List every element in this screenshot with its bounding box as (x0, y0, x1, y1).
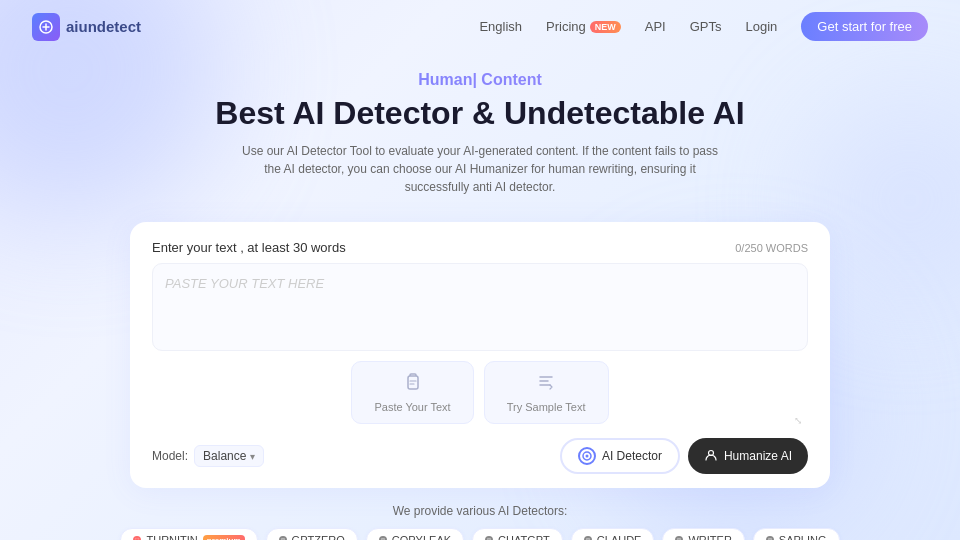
detector-chip-chatgpt[interactable]: CHATGPT (472, 528, 563, 540)
detector-chip-sapling[interactable]: SAPLING (753, 528, 840, 540)
gptzero-dot (279, 536, 287, 540)
detectors-section: We provide various AI Detectors: TURNITI… (0, 488, 960, 540)
claude-dot (584, 536, 592, 540)
detector-chip-gptzero[interactable]: GPTZERO (266, 528, 358, 540)
ai-detector-button[interactable]: AI Detector (560, 438, 680, 474)
claude-label: CLAUDE (597, 534, 642, 540)
copyleak-label: COPYLEAK (392, 534, 451, 540)
model-selector: Model: Balance ▾ (152, 445, 264, 467)
model-dropdown[interactable]: Balance ▾ (194, 445, 264, 467)
nav-login[interactable]: Login (746, 19, 778, 34)
model-label: Model: (152, 449, 188, 463)
turnitin-dot (133, 536, 141, 540)
editor-card: Enter your text , at least 30 words 0/25… (130, 222, 830, 488)
nav-english[interactable]: English (479, 19, 522, 34)
hero-section: Human| Content Best AI Detector & Undete… (0, 53, 960, 222)
nav-api[interactable]: API (645, 19, 666, 34)
text-actions: Paste Your Text Try Sample Text (152, 351, 808, 430)
word-count: 0/250 WORDS (735, 242, 808, 254)
sapling-dot (766, 536, 774, 540)
detector-chip-writer[interactable]: WRITER (662, 528, 744, 540)
hero-subtitle: Human| Content (20, 71, 940, 89)
textarea-placeholder: PASTE YOUR TEXT HERE (165, 276, 324, 291)
detectors-title: We provide various AI Detectors: (20, 504, 940, 518)
editor-label: Enter your text , at least 30 words (152, 240, 346, 255)
svg-rect-1 (408, 376, 418, 389)
logo[interactable]: aiundetect (32, 13, 141, 41)
resize-handle: ⤡ (794, 415, 802, 426)
nav-gpts[interactable]: GPTs (690, 19, 722, 34)
humanize-label: Humanize AI (724, 449, 792, 463)
chatgpt-label: CHATGPT (498, 534, 550, 540)
model-value: Balance (203, 449, 246, 463)
detector-icon (578, 447, 596, 465)
paste-text-button[interactable]: Paste Your Text (351, 361, 473, 424)
sapling-label: SAPLING (779, 534, 827, 540)
detector-chip-copyleak[interactable]: COPYLEAK (366, 528, 464, 540)
get-started-button[interactable]: Get start for free (801, 12, 928, 41)
textarea-wrapper: PASTE YOUR TEXT HERE Paste Your Text (152, 263, 808, 430)
nav-pricing[interactable]: Pricing NEW (546, 19, 621, 34)
writer-label: WRITER (688, 534, 731, 540)
chevron-down-icon: ▾ (250, 451, 255, 462)
humanize-icon (704, 448, 718, 465)
turnitin-label: TURNITIN (146, 534, 197, 540)
logo-icon (32, 13, 60, 41)
gptzero-label: GPTZERO (292, 534, 345, 540)
detector-chip-claude[interactable]: CLAUDE (571, 528, 655, 540)
hero-description: Use our AI Detector Tool to evaluate you… (240, 142, 720, 196)
card-footer: Model: Balance ▾ AI Detector (152, 438, 808, 474)
detector-chip-turnitin[interactable]: TURNITIN premium (120, 528, 257, 540)
navbar: aiundetect English Pricing NEW API GPTs … (0, 0, 960, 53)
action-buttons: AI Detector Humanize AI (560, 438, 808, 474)
paste-icon (403, 372, 423, 397)
sample-text-button[interactable]: Try Sample Text (484, 361, 609, 424)
detectors-list: TURNITIN premium GPTZERO COPYLEAK CHATGP… (20, 528, 940, 540)
text-input-area[interactable]: PASTE YOUR TEXT HERE (152, 263, 808, 351)
copyleak-dot (379, 536, 387, 540)
nav-links: English Pricing NEW API GPTs Login Get s… (479, 12, 928, 41)
chatgpt-dot (485, 536, 493, 540)
paste-text-label: Paste Your Text (374, 401, 450, 413)
writer-dot (675, 536, 683, 540)
ai-detector-label: AI Detector (602, 449, 662, 463)
hero-title: Best AI Detector & Undetectable AI (20, 95, 940, 132)
sample-icon (536, 372, 556, 397)
turnitin-premium-badge: premium (203, 535, 245, 541)
card-header: Enter your text , at least 30 words 0/25… (152, 240, 808, 255)
pricing-badge: NEW (590, 21, 621, 33)
logo-text: aiundetect (66, 18, 141, 35)
svg-point-3 (585, 455, 588, 458)
sample-text-label: Try Sample Text (507, 401, 586, 413)
humanize-button[interactable]: Humanize AI (688, 438, 808, 474)
